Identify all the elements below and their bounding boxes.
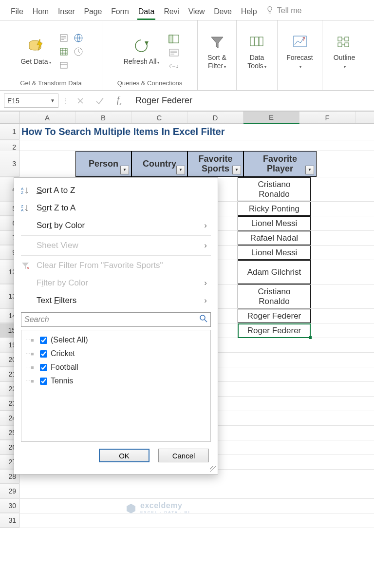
col-header-C[interactable]: C [131,112,187,123]
filter-search-input[interactable]: Search [21,312,211,327]
row-header[interactable]: 3 [0,151,19,177]
table-cell[interactable]: Ricky Ponting [238,202,311,216]
tab-formulas[interactable]: Form [110,3,130,20]
col-header-A[interactable]: A [19,112,75,123]
svg-rect-9 [169,35,173,43]
page-title: How To Search Multiple Items In Excel Fi… [19,124,243,140]
table-cell[interactable]: Lionel Messi [238,216,311,230]
filter-dropdown-icon[interactable]: ▼ [120,166,129,174]
row-header[interactable]: 30 [0,499,19,513]
resize-grip-icon[interactable] [210,466,216,472]
from-web-icon[interactable] [73,32,84,44]
edit-links-icon[interactable] [168,61,180,71]
tab-file[interactable]: File [10,3,24,20]
tab-home[interactable]: Hom [32,3,50,20]
filter-values-list[interactable]: ⋯■ (Select All) ⋯■ Cricket ⋯■ Football ⋯… [21,330,211,442]
svg-rect-4 [60,48,67,55]
logo-icon [126,503,136,513]
cancel-button[interactable]: Cancel [158,449,209,462]
accept-entry-icon[interactable] [93,94,107,108]
filter-dropdown-menu: AZ SSort A to Zort A to Z ZA Sort Z to A… [14,177,218,474]
tell-me[interactable]: Tell me [265,5,302,20]
worksheet: A B C D E F 1 How To Search Multiple Ite… [0,111,374,528]
database-bolt-icon [26,36,46,56]
group-data-tools: Data Tools▾ [237,20,278,90]
menu-sort-a-z[interactable]: AZ SSort A to Zort A to Z [18,182,214,199]
col-person-header[interactable]: Person ▼ [75,151,131,177]
checkbox[interactable] [40,364,47,371]
tab-help[interactable]: Help [240,3,258,20]
filter-option[interactable]: ⋯■ Tennis [25,374,206,388]
tab-developer[interactable]: Deve [213,3,233,20]
svg-rect-19 [345,37,349,41]
group-outline: Outline▾ [322,20,366,90]
forecast-sheet-icon: ? [290,32,310,52]
table-cell[interactable]: Cristiano Ronaldo [238,285,311,308]
properties-icon[interactable] [168,48,180,57]
menu-sort-z-a[interactable]: ZA Sort Z to A [18,199,214,217]
row-header[interactable]: 1 [0,124,19,140]
filter-dropdown-icon[interactable]: ▼ [176,166,185,174]
svg-rect-18 [338,43,342,47]
table-cell[interactable]: Adam Gilchrist [238,260,311,284]
col-header-B[interactable]: B [75,112,131,123]
insert-function-icon[interactable]: fx [112,94,127,108]
recent-sources-icon[interactable] [73,46,84,57]
svg-rect-17 [338,37,342,41]
tab-page-layout[interactable]: Page [83,3,103,20]
sort-az-icon: AZ [19,186,32,195]
name-box[interactable]: E15▼ [4,94,58,108]
queries-pane-icon[interactable] [168,34,180,44]
checkbox[interactable] [40,378,47,385]
col-header-D[interactable]: D [187,112,243,123]
tab-review[interactable]: Revi [163,3,180,20]
data-tools-button[interactable]: Data Tools▾ [241,30,273,71]
table-cell-active[interactable]: Roger Federer [238,323,311,338]
existing-connections-icon[interactable] [58,59,70,71]
col-favorite-player-header[interactable]: Favorite Player ▼ [243,151,317,177]
svg-text:Z: Z [21,190,23,195]
formula-bar: E15▼ ⋮ fx Roger Federer [0,91,374,111]
group-queries-connections: Refresh All▾ Queries & Connections [102,20,198,90]
cancel-entry-icon[interactable] [73,94,88,108]
data-tools-icon [247,32,267,52]
svg-rect-12 [250,37,254,46]
outline-button[interactable]: Outline▾ [330,30,359,71]
from-text-csv-icon[interactable] [58,32,70,44]
menu-sort-by-color[interactable]: Sort by Color › [18,217,214,234]
table-cell[interactable]: Roger Federer [238,309,311,323]
sort-filter-button[interactable]: Sort & Filter▾ [202,30,232,71]
tab-insert[interactable]: Inser [57,3,76,20]
tab-data[interactable]: Data [137,3,156,20]
refresh-icon [131,36,151,56]
filter-dropdown-icon[interactable]: ▼ [305,166,314,174]
filter-option[interactable]: ⋯■ Football [25,360,206,374]
more-icon[interactable] [73,59,84,71]
menu-filter-by-color: Filter by Color › [18,274,214,292]
filter-option[interactable]: ⋯■ Cricket [25,347,206,360]
select-all-corner[interactable] [0,112,19,123]
row-header[interactable]: 31 [0,513,19,528]
ok-button[interactable]: OK [99,449,150,462]
tab-view[interactable]: View [187,3,206,20]
filter-dropdown-icon[interactable]: ▼ [232,166,241,174]
forecast-button[interactable]: ? Forecast▾ [282,30,317,71]
col-header-E[interactable]: E [243,112,299,124]
table-cell[interactable]: Lionel Messi [238,246,311,260]
checkbox[interactable] [40,337,47,344]
checkbox[interactable] [40,350,47,358]
funnel-clear-icon [19,261,32,270]
menu-text-filters[interactable]: Text Filters › [18,292,214,309]
row-header[interactable]: 29 [0,484,19,498]
table-cell[interactable]: Rafael Nadal [238,231,311,245]
table-cell[interactable]: Cristiano Ronaldo [238,177,311,201]
col-favorite-sports-header[interactable]: Favorite Sports ▼ [187,151,243,177]
filter-option-select-all[interactable]: ⋯■ (Select All) [25,333,206,347]
col-country-header[interactable]: Country ▼ [131,151,187,177]
from-table-icon[interactable] [58,46,70,57]
get-data-button[interactable]: Get Data▾ [17,34,55,67]
group-get-transform: Get Data▾ Get & Transform Data [0,20,102,90]
formula-input[interactable]: Roger Federer [131,94,370,108]
refresh-all-button[interactable]: Refresh All▾ [120,34,164,67]
col-header-F[interactable]: F [299,112,355,123]
